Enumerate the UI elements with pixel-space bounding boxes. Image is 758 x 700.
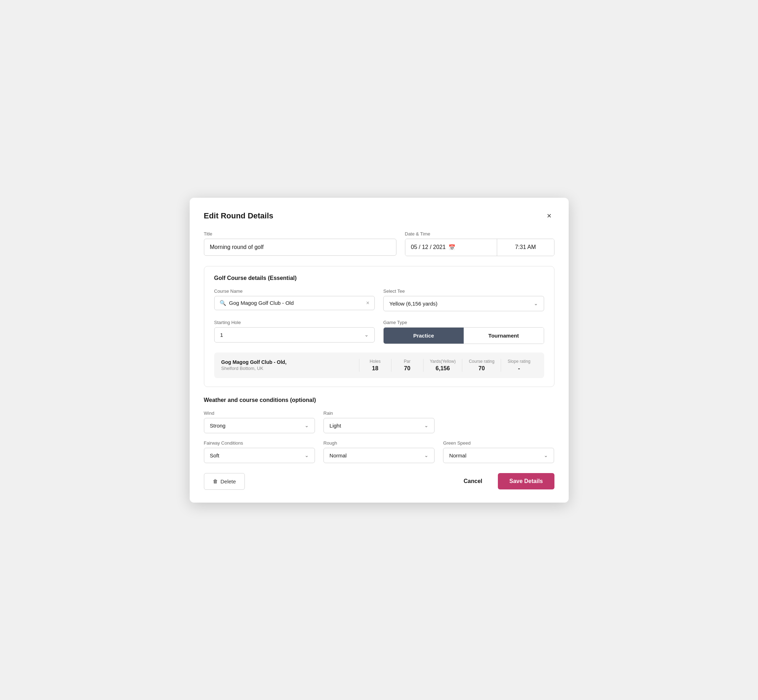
- edit-round-modal: Edit Round Details × Title Date & Time 0…: [190, 198, 568, 503]
- fairway-rough-green-row: Fairway Conditions Soft ⌄ Rough Normal ⌄…: [204, 441, 554, 463]
- calendar-icon: 📅: [448, 244, 456, 251]
- game-type-field: Game Type Practice Tournament: [383, 320, 544, 344]
- rain-label: Rain: [324, 411, 434, 416]
- modal-title: Edit Round Details: [204, 211, 274, 220]
- weather-section: Weather and course conditions (optional)…: [204, 397, 554, 463]
- practice-toggle-button[interactable]: Practice: [384, 328, 464, 344]
- course-name-input[interactable]: [229, 300, 363, 306]
- yards-stat: Yards(Yellow) 6,156: [423, 359, 462, 372]
- holes-label: Holes: [370, 359, 381, 364]
- wind-label: Wind: [204, 411, 315, 416]
- game-type-label: Game Type: [383, 320, 544, 325]
- par-stat: Par 70: [391, 359, 423, 372]
- green-speed-value: Normal: [449, 452, 466, 458]
- select-tee-label: Select Tee: [383, 289, 544, 294]
- course-rating-label: Course rating: [469, 359, 494, 364]
- course-name-input-wrap[interactable]: 🔍 ×: [214, 296, 375, 310]
- yards-value: 6,156: [435, 365, 450, 372]
- chevron-down-icon-4: ⌄: [424, 423, 429, 428]
- course-info-row: Gog Magog Golf Club - Old, Shelford Bott…: [214, 353, 544, 378]
- chevron-down-icon-5: ⌄: [305, 452, 309, 458]
- slope-rating-value: -: [518, 365, 520, 372]
- date-input[interactable]: 05 / 12 / 2021 📅: [405, 239, 497, 256]
- datetime-row: 05 / 12 / 2021 📅 7:31 AM: [405, 239, 554, 256]
- green-speed-dropdown[interactable]: Normal ⌄: [443, 448, 554, 463]
- rough-value: Normal: [329, 452, 347, 458]
- game-type-toggle: Practice Tournament: [383, 327, 544, 344]
- green-speed-field: Green Speed Normal ⌄: [443, 441, 554, 463]
- course-name-label: Course Name: [214, 289, 375, 294]
- chevron-down-icon-2: ⌄: [365, 332, 369, 338]
- select-tee-field: Select Tee Yellow (6,156 yards) ⌄: [383, 289, 544, 311]
- select-tee-dropdown[interactable]: Yellow (6,156 yards) ⌄: [383, 296, 544, 311]
- title-field-group: Title: [204, 231, 396, 256]
- fairway-label: Fairway Conditions: [204, 441, 315, 446]
- starting-hole-dropdown[interactable]: 1 ⌄: [214, 327, 375, 342]
- rain-field: Rain Light ⌄: [324, 411, 434, 433]
- starting-hole-label: Starting Hole: [214, 320, 375, 325]
- fairway-value: Soft: [210, 452, 219, 458]
- starting-hole-value: 1: [220, 332, 223, 338]
- rough-label: Rough: [324, 441, 434, 446]
- time-input[interactable]: 7:31 AM: [497, 239, 554, 256]
- fairway-dropdown[interactable]: Soft ⌄: [204, 448, 315, 463]
- golf-course-section: Golf Course details (Essential) Course N…: [204, 266, 554, 387]
- footer-right: Cancel Save Details: [457, 473, 554, 489]
- datetime-label: Date & Time: [405, 231, 554, 236]
- wind-rain-row: Wind Strong ⌄ Rain Light ⌄: [204, 411, 554, 433]
- course-info-name: Gog Magog Golf Club - Old, Shelford Bott…: [221, 359, 359, 371]
- holes-stat: Holes 18: [359, 359, 391, 372]
- hole-gametype-row: Starting Hole 1 ⌄ Game Type Practice Tou…: [214, 320, 544, 344]
- rough-field: Rough Normal ⌄: [324, 441, 434, 463]
- wind-dropdown[interactable]: Strong ⌄: [204, 418, 315, 433]
- chevron-down-icon: ⌄: [534, 300, 538, 306]
- modal-header: Edit Round Details ×: [204, 211, 554, 221]
- holes-value: 18: [372, 365, 378, 372]
- chevron-down-icon-6: ⌄: [424, 452, 429, 458]
- course-rating-value: 70: [479, 365, 485, 372]
- starting-hole-field: Starting Hole 1 ⌄: [214, 320, 375, 344]
- footer-row: 🗑 Delete Cancel Save Details: [204, 470, 554, 490]
- wind-field: Wind Strong ⌄: [204, 411, 315, 433]
- yards-label: Yards(Yellow): [430, 359, 456, 364]
- delete-label: Delete: [221, 478, 236, 484]
- trash-icon: 🗑: [213, 478, 218, 484]
- course-info-name-text: Gog Magog Golf Club - Old,: [221, 359, 359, 365]
- tournament-toggle-button[interactable]: Tournament: [464, 328, 544, 344]
- par-value: 70: [404, 365, 410, 372]
- golf-course-section-title: Golf Course details (Essential): [214, 275, 544, 281]
- date-value: 05 / 12 / 2021: [411, 244, 446, 250]
- datetime-field-group: Date & Time 05 / 12 / 2021 📅 7:31 AM: [405, 231, 554, 256]
- title-input[interactable]: [204, 239, 396, 256]
- clear-icon[interactable]: ×: [366, 300, 370, 306]
- green-speed-label: Green Speed: [443, 441, 554, 446]
- delete-button[interactable]: 🗑 Delete: [204, 473, 245, 490]
- title-label: Title: [204, 231, 396, 236]
- course-rating-stat: Course rating 70: [462, 359, 501, 372]
- wind-value: Strong: [210, 423, 226, 429]
- top-row: Title Date & Time 05 / 12 / 2021 📅 7:31 …: [204, 231, 554, 256]
- slope-rating-label: Slope rating: [507, 359, 530, 364]
- chevron-down-icon-3: ⌄: [305, 423, 309, 428]
- chevron-down-icon-7: ⌄: [544, 452, 548, 458]
- par-label: Par: [404, 359, 411, 364]
- slope-rating-stat: Slope rating -: [501, 359, 537, 372]
- rain-value: Light: [329, 423, 341, 429]
- close-button[interactable]: ×: [544, 211, 554, 221]
- rough-dropdown[interactable]: Normal ⌄: [324, 448, 434, 463]
- cancel-button[interactable]: Cancel: [457, 473, 489, 489]
- weather-section-title: Weather and course conditions (optional): [204, 397, 554, 403]
- spacer: [443, 411, 554, 433]
- course-tee-row: Course Name 🔍 × Select Tee Yellow (6,156…: [214, 289, 544, 311]
- save-button[interactable]: Save Details: [498, 473, 554, 489]
- select-tee-value: Yellow (6,156 yards): [389, 300, 437, 306]
- search-icon: 🔍: [219, 300, 226, 306]
- course-info-location: Shelford Bottom, UK: [221, 366, 359, 371]
- rain-dropdown[interactable]: Light ⌄: [324, 418, 434, 433]
- course-name-field: Course Name 🔍 ×: [214, 289, 375, 311]
- fairway-field: Fairway Conditions Soft ⌄: [204, 441, 315, 463]
